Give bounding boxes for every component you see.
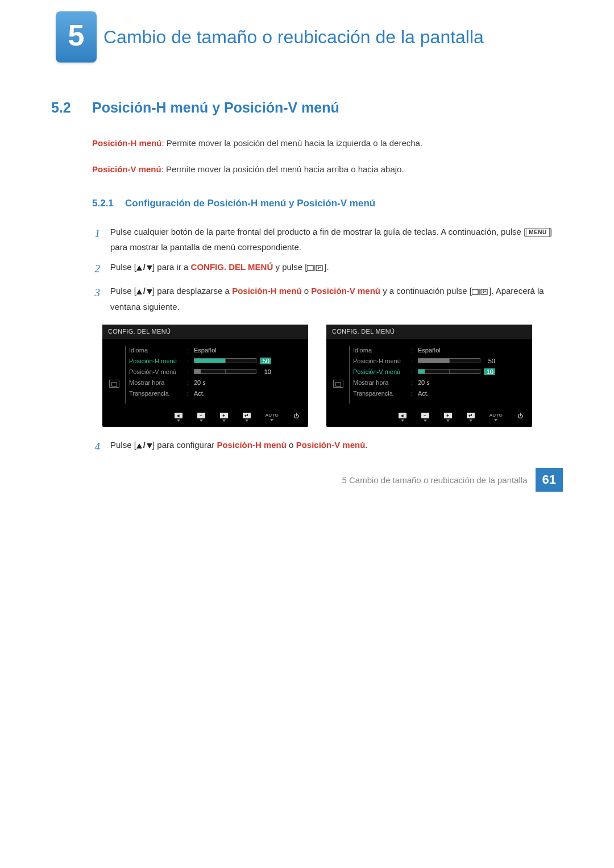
osd-value: Español (418, 347, 441, 354)
osd-header: CONFIG. DEL MENÚ (102, 325, 308, 339)
osd-btn-auto: AUTO (265, 413, 279, 422)
step-3: 3 Pulse [/] para desplazarse a Posición-… (92, 283, 563, 314)
osd-panel-h: CONFIG. DEL MENÚ Idioma : Español Posici… (102, 325, 308, 427)
osd-item-posh: Posición-H menú : 50 (129, 355, 300, 366)
step2-text-c: y pulse [ (273, 262, 307, 272)
source-enter-icon (472, 284, 489, 299)
osd-btn-power: ⏻ (517, 413, 523, 422)
osd-label: Transparencia (129, 390, 184, 397)
osd-label-highlighted: Posición-H menú (129, 358, 184, 364)
step4-text-b: ] para configurar (152, 440, 217, 450)
osd-label: Mostrar hora (353, 379, 408, 386)
osd-value: 50 (484, 358, 495, 364)
step1-text-a: Pulse cualquier botón de la parte fronta… (110, 227, 526, 236)
osd-btn-minus: − (421, 413, 429, 422)
step3-text-a: Pulse [ (110, 286, 136, 296)
subsection-heading-text: Configuración de Posición-H menú y Posic… (125, 198, 375, 209)
osd-item-mostrar: Mostrar hora : 20 s (353, 377, 524, 388)
osd-value: Español (194, 347, 217, 354)
triangle-up-icon (136, 265, 142, 271)
menu-button-tag: MENU (526, 228, 549, 237)
step-4: 4 Pulse [/] para configurar Posición-H m… (92, 437, 563, 456)
osd-btn-minus: − (197, 413, 205, 422)
osd-value: 20 s (194, 379, 206, 386)
osd-label: Idioma (353, 347, 408, 354)
chapter-header: 5 Cambio de tamaño o reubicación de la p… (56, 11, 563, 63)
osd-footer: ◂ − + ↵ AUTO ⏻ (102, 410, 308, 427)
osd-side-icon (107, 344, 122, 407)
slash-icon: / (142, 437, 147, 452)
step3-text-c: o (302, 286, 312, 296)
osd-item-idioma: Idioma : Español (129, 344, 300, 355)
section-title: 5.2Posición-H menú y Posición-V menú (51, 99, 563, 116)
osd-btn-plus: + (444, 413, 452, 422)
step-number: 1 (92, 224, 100, 255)
step-number: 3 (92, 283, 100, 314)
osd-btn-power: ⏻ (293, 413, 299, 422)
term-v: Posición-V menú (92, 164, 161, 174)
osd-label: Mostrar hora (129, 379, 184, 386)
osd-item-posv: Posición-V menú : 10 (129, 366, 300, 377)
step4-text-a: Pulse [ (110, 440, 136, 450)
osd-label-highlighted: Posición-V menú (353, 368, 408, 375)
triangle-up-icon (136, 289, 142, 294)
osd-item-idioma: Idioma : Español (353, 344, 524, 355)
term-h: Posición-H menú (92, 138, 162, 148)
pos-v-label: Posición-V menú (296, 440, 366, 450)
osd-row: CONFIG. DEL MENÚ Idioma : Español Posici… (102, 325, 563, 427)
svg-rect-0 (307, 265, 313, 271)
osd-label: Posición-V menú (129, 368, 184, 375)
chapter-title: Cambio de tamaño o reubicación de la pan… (103, 27, 484, 48)
osd-btn-enter: ↵ (467, 413, 475, 422)
osd-btn-plus: + (220, 413, 228, 422)
definitions: Posición-H menú: Permite mover la posici… (92, 136, 563, 176)
page-footer: 5 Cambio de tamaño o reubicación de la p… (342, 468, 563, 492)
osd-item-mostrar: Mostrar hora : 20 s (129, 377, 300, 388)
triangle-down-icon (147, 289, 152, 294)
section-heading-text: Posición-H menú y Posición-V menú (92, 99, 339, 115)
monitor-icon (333, 380, 343, 388)
osd-btn-auto: AUTO (489, 413, 503, 422)
triangle-down-icon (147, 265, 152, 271)
step2-text-d: ]. (324, 262, 329, 272)
subsection-title: 5.2.1Configuración de Posición-H menú y … (92, 198, 563, 209)
step3-text-d: y a continuación pulse [ (380, 286, 472, 296)
osd-divider (349, 346, 350, 404)
osd-btn-back: ◂ (175, 413, 182, 422)
pos-h-label: Posición-H menú (232, 286, 302, 296)
step4-text-d: . (365, 440, 367, 450)
osd-slider: 10 (418, 368, 495, 375)
osd-value: Act. (418, 390, 429, 397)
osd-slider: 10 (194, 368, 271, 375)
osd-label: Idioma (129, 347, 184, 354)
osd-label: Posición-H menú (353, 358, 408, 364)
source-enter-icon (307, 260, 324, 275)
step2-text-b: ] para ir a (152, 262, 191, 272)
chapter-number-badge: 5 (56, 11, 97, 63)
osd-slider: 50 (194, 358, 271, 364)
steps-list: 1 Pulse cualquier botón de la parte fron… (92, 224, 563, 314)
slash-icon: / (142, 283, 147, 298)
step2-text-a: Pulse [ (110, 262, 136, 272)
pos-h-label: Posición-H menú (217, 440, 287, 450)
step4-text-c: o (287, 440, 296, 450)
step3-text-b: ] para desplazarse a (152, 286, 232, 296)
config-menu-label: CONFIG. DEL MENÚ (191, 262, 273, 272)
osd-item-posv: Posición-V menú : 10 (353, 366, 524, 377)
osd-item-trans: Transparencia : Act. (129, 388, 300, 398)
osd-panel-v: CONFIG. DEL MENÚ Idioma : Español Posici… (326, 325, 532, 427)
svg-rect-3 (472, 289, 478, 294)
osd-value: 20 s (418, 379, 430, 386)
osd-value: 10 (484, 368, 495, 375)
step-number: 4 (92, 437, 100, 456)
steps-list-continued: 4 Pulse [/] para configurar Posición-H m… (92, 437, 563, 456)
def-v-desc: : Permite mover la posición del menú hac… (161, 164, 404, 174)
osd-header: CONFIG. DEL MENÚ (326, 325, 532, 339)
osd-item-posh: Posición-H menú : 50 (353, 355, 524, 366)
subsection-number: 5.2.1 (92, 198, 125, 209)
triangle-down-icon (147, 443, 152, 448)
step-1: 1 Pulse cualquier botón de la parte fron… (92, 224, 563, 255)
osd-side-icon (331, 344, 346, 407)
osd-footer: ◂ − + ↵ AUTO ⏻ (326, 410, 532, 427)
osd-value: 10 (260, 368, 271, 375)
